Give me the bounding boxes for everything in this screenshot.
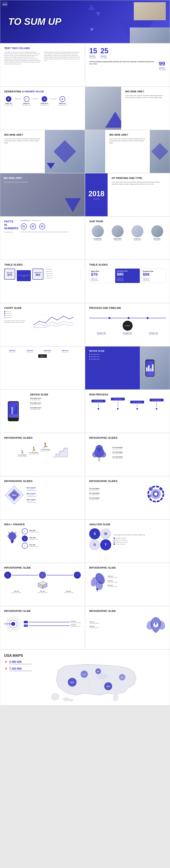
infographic-slide2-title: INFOGRAPHIC SLIDE: [89, 566, 166, 569]
hero-title: TO SUM UP: [8, 17, 61, 27]
num3-badge: 03: [39, 223, 45, 229]
our-team-title: OUR TEAM: [89, 220, 166, 223]
plan3-name: Optimal plan: [34, 272, 41, 273]
team-role-4: Position here: [148, 240, 166, 241]
svg-point-49: [96, 673, 108, 679]
plan1-price: $70: [7, 273, 13, 276]
wo-whe-are1-text: Lorem ipsum dolor sit amet consectetur a…: [125, 95, 166, 99]
run-process-title: RUN PROCESS: [89, 393, 166, 396]
svg-line-29: [8, 532, 9, 533]
schedule-circle: Schedule: [123, 321, 133, 331]
analysis-title: ANALYSIS SLIDE: [89, 523, 166, 526]
slide-infographic3: INFOGRAPHIC SLIDES Main: [0, 476, 85, 520]
slide-infographic-slide1: INFOGRAPHIC SLIDE 1 2 3: [0, 563, 85, 606]
device2-title: DEVICE SLIDE: [30, 393, 81, 396]
facts-subtitle: Description here: [4, 231, 18, 233]
svg-rect-25: [11, 541, 13, 542]
stage1-text: Description here: [4, 104, 13, 105]
wo-whe-are-full-title: WO WHE ARE?: [3, 177, 28, 180]
num2-badge: 02: [30, 223, 36, 229]
team-role-2: Position here: [109, 240, 126, 241]
stage4-icon: ◈: [59, 96, 65, 102]
row-facts-team: FACTSINNUMBERS Description here Descript…: [0, 216, 170, 260]
svg-point-19: [154, 492, 157, 496]
row-device1: Label one Lorem ipsum Label two Lorem ip…: [0, 346, 170, 390]
infographic3-title: INFOGRAPHIC SLIDES: [4, 479, 81, 483]
col1-text: Lorem ipsum dolor sit amet consectetur a…: [4, 51, 41, 65]
row-device2-run: DEVICE SLIDE Description here Lorem ipsu…: [0, 390, 170, 433]
wo-whe-are3-text: Lorem ipsum dolor sit amet consectetur a…: [109, 138, 146, 144]
svg-point-11: [100, 449, 104, 452]
table2-price2: $80: [117, 272, 138, 277]
stage3-text: Description here: [40, 104, 49, 105]
slide-infographic-slide4: INFOGRAPHIC SLIDE Title here Lorem ipsum…: [85, 606, 170, 649]
wo-whe-are3-title: WO WHE ARE?: [109, 133, 146, 136]
svg-point-23: [8, 532, 16, 540]
slide-wo-whe-full: WO WHE ARE? Lorem ipsum dolor sit amet c…: [0, 173, 85, 216]
slide-wo-whe-are1: WO WHE ARE? Lorem ipsum dolor sit amet c…: [85, 87, 170, 130]
svg-point-63: [63, 698, 69, 701]
of-printing-text: Lorem ipsum dolor sit amet consectetur a…: [112, 181, 166, 185]
table1-title: TABLE SLIDES: [4, 263, 81, 266]
team-name-3: Anna Lee: [129, 238, 146, 240]
line-chart-svg: [31, 311, 75, 331]
row-higher-value: GENERATING A HIGHER VALUE ⚡ Stage one De…: [0, 87, 170, 130]
staircase-svg: [52, 447, 68, 457]
slide-text-left: TEXT TWO COLUMN Lorem ipsum dolor sit am…: [0, 43, 85, 87]
slide-infographic-slide3: INFOGRAPHIC SLIDE: [0, 606, 85, 649]
tree-svg: [89, 442, 109, 463]
svg-text:53%: 53%: [71, 681, 74, 683]
svg-rect-24: [11, 540, 14, 541]
table2-plan3: Premium Plan: [143, 270, 164, 272]
stat2-label: Your article: [100, 57, 109, 59]
stage4-label: Stage four: [59, 103, 66, 104]
slide-text-right: 15 Your article 25 Your article Of the p…: [85, 43, 170, 87]
chart-title: CHART SLIDE: [4, 306, 81, 309]
slide-infographic2: INFOGRAPHIC SLIDES: [85, 433, 170, 476]
col2-text: Ut enim ad minim veniam quis nostrud exe…: [44, 51, 81, 61]
row-infographic3-4: INFOGRAPHIC SLIDES Main: [0, 476, 170, 520]
stage2-icon: ▷: [24, 96, 30, 102]
stage2-text: Description here: [22, 104, 31, 105]
slide-infographic1: INFOGRAPHIC SLIDES 🏃 Our description Lor…: [0, 433, 85, 476]
infographic4-title: INFOGRAPHIC SLIDES: [89, 479, 166, 483]
swot-w: W: [100, 528, 111, 539]
right-text: Of the printing and typesetting industry…: [89, 61, 156, 65]
leaf-svg: [89, 571, 105, 592]
swot-s: S: [89, 528, 100, 539]
stat2-value: 25: [100, 47, 109, 55]
team-member-3: Anna Lee Position here: [129, 225, 146, 241]
team-role-1: Position here: [89, 240, 107, 241]
infographic-slide3-title: INFOGRAPHIC SLIDE: [4, 610, 81, 613]
higher-value-title: GENERATING A HIGHER VALUE: [4, 90, 81, 93]
stage3-icon: ★: [42, 96, 47, 102]
svg-point-38: [96, 588, 98, 590]
svg-point-64: [69, 699, 73, 702]
slide-device-blue: DEVICE SLIDE Description here Descriptio…: [85, 346, 170, 390]
facts-text: Lorem ipsum dolor sit amet consectetur a…: [21, 231, 81, 233]
svg-text:20%: 20%: [107, 685, 110, 687]
infographic-slide1-title: INFOGRAPHIC SLIDE: [4, 566, 81, 569]
row-tables: TABLE SLIDES Basic plan $70: [0, 260, 170, 303]
wo-whe-are2-text: Lorem ipsum dolor sit amet consectetur a…: [4, 138, 41, 144]
num1-badge: 01: [21, 223, 27, 229]
stage3-label: Stage three: [41, 103, 48, 104]
lightbulb-svg: [5, 530, 19, 547]
row-infographic-slide1-2: INFOGRAPHIC SLIDE 1 2 3: [0, 563, 170, 606]
svg-text:36%: 36%: [97, 671, 100, 672]
stat1-value: 15: [89, 47, 97, 55]
hero-slide: TO SUM UP 演界网: [0, 0, 170, 43]
slide-table2: TABLE SLIDES Basic Plan $70 Feature one …: [85, 260, 170, 303]
slide-analysis: ANALYSIS SLIDE S W O T Lorem ipsum dolor…: [85, 520, 170, 563]
svg-point-22: [148, 494, 152, 498]
facts-desc2: Description here: [32, 220, 41, 221]
team-member-1: Joseph Doe Position here: [89, 225, 107, 241]
process-title: PROCESS AND TIMELINE: [89, 306, 166, 309]
team-member-2: Mark Smith Position here: [109, 225, 126, 241]
slide-table1: TABLE SLIDES Basic plan $70: [0, 260, 85, 303]
slide-of-printing: 2018 OF PRINTING AND TYPE Lorem ipsum do…: [85, 173, 170, 216]
infographic2-title: INFOGRAPHIC SLIDES: [89, 436, 166, 439]
svg-text:17%: 17%: [83, 674, 86, 675]
idea-finance-title: IDEA + FINANCE: [4, 523, 81, 526]
team-name-4: Bob Clark: [148, 238, 166, 240]
